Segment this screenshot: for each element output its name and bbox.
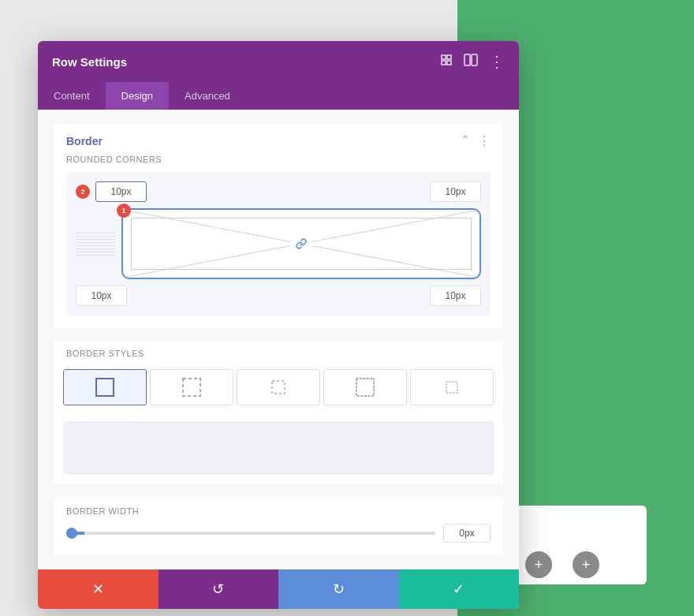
corner-top-right-input[interactable]	[430, 181, 481, 202]
tabs-bar: Content Design Advanced	[38, 82, 519, 110]
expand-icon[interactable]	[440, 54, 453, 69]
border-style-dashed-outer[interactable]	[150, 369, 233, 405]
panel-header: Row Settings ⋮	[38, 41, 519, 82]
plus-button-1[interactable]: +	[525, 551, 552, 578]
undo-button[interactable]: ↺	[159, 569, 279, 609]
corners-preview-box: 1	[121, 208, 481, 279]
collapse-icon[interactable]: ⌃	[461, 133, 470, 148]
svg-rect-12	[446, 382, 457, 393]
svg-rect-11	[356, 379, 374, 396]
border-style-dotted-outer[interactable]	[323, 369, 407, 405]
corner-bottom-left-input[interactable]	[76, 286, 127, 306]
rounded-corners-label: Rounded Corners	[66, 155, 491, 164]
svg-rect-9	[183, 379, 200, 396]
columns-icon[interactable]	[464, 54, 478, 69]
border-section-title: Border	[66, 135, 103, 147]
border-styles-section: Border Styles	[54, 341, 503, 484]
border-style-preview-wrapper	[54, 415, 503, 484]
svg-rect-8	[96, 379, 114, 396]
border-style-solid[interactable]	[63, 369, 147, 405]
border-style-dashed-inner[interactable]	[237, 369, 320, 405]
border-section-header: Border ⌃ ⋮	[54, 124, 503, 155]
border-width-section: Border Width	[54, 497, 503, 555]
corner-top-left-input[interactable]	[95, 181, 147, 202]
redo-button[interactable]: ↻	[278, 569, 399, 609]
svg-rect-4	[465, 54, 470, 65]
svg-rect-3	[447, 61, 451, 65]
svg-rect-2	[442, 61, 446, 65]
tab-content[interactable]: Content	[38, 82, 106, 110]
svg-rect-5	[472, 54, 477, 65]
border-styles-label: Border Styles	[66, 349, 144, 358]
border-width-slider[interactable]	[66, 532, 435, 535]
badge-2: 2	[76, 185, 90, 199]
section-more-icon[interactable]: ⋮	[478, 133, 491, 148]
border-width-label: Border Width	[66, 506, 491, 516]
rounded-corners-content: Rounded Corners 2	[54, 155, 503, 328]
panel-body: Border ⌃ ⋮ Rounded Corners 2	[38, 110, 519, 569]
tab-design[interactable]: Design	[106, 82, 169, 110]
panel-title: Row Settings	[52, 55, 127, 69]
border-styles-grid	[54, 363, 503, 415]
border-style-dotted-inner[interactable]	[410, 369, 494, 405]
row-settings-panel: Row Settings ⋮ Content	[38, 41, 519, 609]
badge-1: 1	[117, 203, 131, 218]
tab-advanced[interactable]: Advanced	[169, 82, 246, 110]
border-width-value-input[interactable]	[443, 524, 491, 543]
border-section: Border ⌃ ⋮ Rounded Corners 2	[54, 124, 503, 328]
more-vertical-icon[interactable]: ⋮	[489, 52, 505, 71]
svg-rect-10	[272, 381, 285, 394]
border-width-range-row	[66, 524, 491, 543]
panel-footer: ✕ ↺ ↻ ✓	[38, 569, 519, 609]
border-style-preview	[63, 421, 494, 475]
link-chain-icon[interactable]	[290, 233, 312, 255]
corner-bottom-right-input[interactable]	[430, 286, 481, 306]
svg-rect-1	[447, 55, 451, 59]
svg-rect-0	[442, 55, 446, 59]
plus-button-2[interactable]: +	[573, 551, 599, 578]
border-styles-header: Border Styles	[54, 341, 503, 363]
save-button[interactable]: ✓	[399, 569, 520, 609]
hatched-area-left	[76, 232, 115, 256]
header-icons-group: ⋮	[440, 52, 505, 71]
section-controls: ⌃ ⋮	[461, 133, 491, 148]
cancel-button[interactable]: ✕	[38, 569, 159, 609]
